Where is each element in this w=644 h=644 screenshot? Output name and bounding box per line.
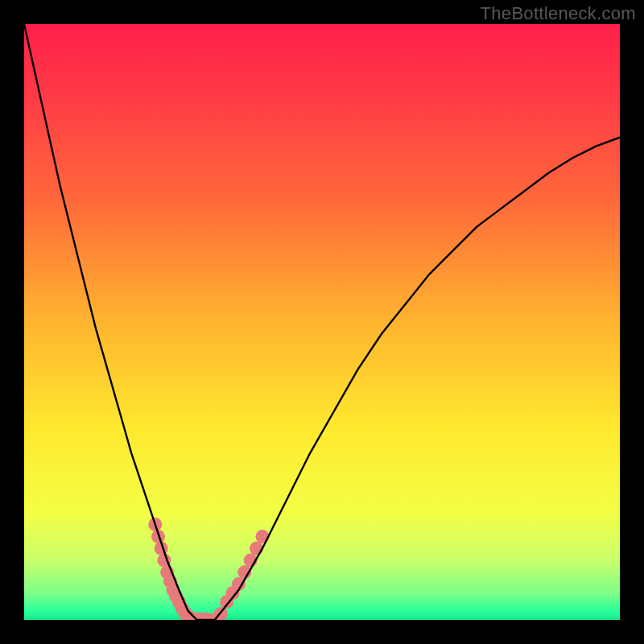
chart-plot (24, 24, 620, 620)
chart-svg (24, 24, 620, 620)
watermark-label: TheBottleneck.com (481, 3, 636, 24)
chart-background (24, 24, 620, 620)
highlight-marker (256, 530, 270, 543)
chart-frame: TheBottleneck.com (0, 0, 644, 644)
highlight-marker (250, 542, 263, 555)
